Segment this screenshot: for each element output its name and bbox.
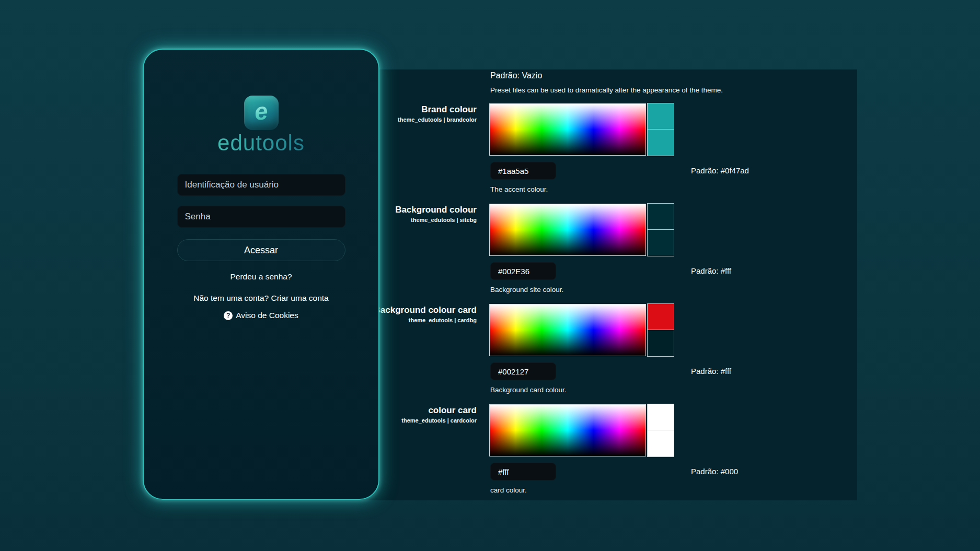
login-card: e edutools Acessar Perdeu a senha? Não t…: [143, 49, 379, 500]
colour-swatch-new[interactable]: [647, 303, 674, 330]
cookies-notice-label: Aviso de Cookies: [236, 311, 298, 320]
colour-picker-gradient[interactable]: [489, 304, 646, 356]
setting-description: Background site colour.: [490, 286, 563, 294]
setting-description: card colour.: [490, 486, 527, 494]
setting-default-value: Padrão: #fff: [691, 362, 731, 380]
theme-settings-panel: Padrão: Vazio Preset files can be used t…: [345, 69, 857, 500]
colour-swatch-column: [647, 203, 674, 256]
setting-row-brandcolor: Brand colour theme_edutools | brandcolor…: [345, 103, 857, 204]
colour-hex-input[interactable]: [490, 162, 556, 180]
colour-picker-gradient[interactable]: [489, 404, 646, 456]
signup-prefix-text: Não tem uma conta?: [193, 294, 271, 302]
setting-description: Background card colour.: [490, 386, 567, 394]
colour-swatch-new[interactable]: [647, 103, 674, 130]
setting-default-value: Padrão: #0f47ad: [691, 162, 749, 180]
cookies-notice-link[interactable]: ? Aviso de Cookies: [224, 311, 298, 320]
setting-row-cardbg: Background colour card theme_edutools | …: [345, 304, 857, 404]
question-mark-icon: ?: [224, 311, 233, 320]
forgot-password-link[interactable]: Perdeu a senha?: [230, 272, 292, 282]
preset-description: Preset files can be used to dramatically…: [490, 86, 723, 94]
colour-swatch-column: [647, 303, 674, 357]
setting-description: The accent colour.: [490, 185, 548, 193]
colour-swatch-current[interactable]: [647, 330, 674, 357]
colour-hex-input[interactable]: [490, 362, 556, 380]
colour-swatch-current[interactable]: [647, 430, 674, 457]
edutools-logo-icon: e: [244, 96, 279, 130]
setting-row-cardcolor: colour card theme_edutools | cardcolor P…: [345, 404, 857, 505]
colour-swatch-new[interactable]: [647, 203, 674, 230]
colour-swatch-column: [647, 103, 674, 156]
colour-hex-input[interactable]: [490, 463, 556, 480]
colour-settings-list: Brand colour theme_edutools | brandcolor…: [345, 103, 857, 505]
colour-hex-input[interactable]: [490, 262, 556, 280]
create-account-link[interactable]: Criar uma conta: [271, 294, 328, 302]
username-input[interactable]: [177, 174, 345, 196]
colour-picker-gradient[interactable]: [489, 103, 646, 156]
signup-line: Não tem uma conta? Criar uma conta: [193, 294, 328, 303]
logo-wordmark: edutools: [217, 131, 305, 155]
colour-picker-gradient[interactable]: [489, 204, 646, 256]
login-button[interactable]: Acessar: [177, 239, 345, 261]
colour-swatch-column: [647, 404, 674, 457]
preset-current-value: Padrão: Vazio: [490, 71, 542, 80]
colour-swatch-current[interactable]: [647, 230, 674, 256]
setting-row-sitebg: Background colour theme_edutools | siteb…: [345, 204, 857, 304]
setting-default-value: Padrão: #fff: [691, 262, 731, 280]
password-input[interactable]: [177, 206, 345, 228]
logo-e-glyph: e: [253, 99, 269, 127]
setting-default-value: Padrão: #000: [691, 463, 738, 480]
colour-swatch-current[interactable]: [647, 130, 674, 156]
colour-swatch-new[interactable]: [647, 404, 674, 430]
